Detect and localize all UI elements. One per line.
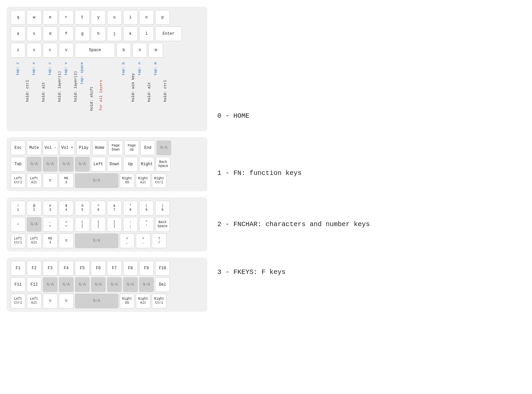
key-minus[interactable]: -= bbox=[43, 217, 58, 232]
key-gt-dot[interactable]: >. bbox=[136, 233, 150, 248]
key-right-alt-1[interactable]: RightAlt bbox=[136, 173, 150, 188]
key-end[interactable]: End bbox=[140, 140, 155, 155]
key-trns-2[interactable]: ▽ bbox=[59, 233, 74, 248]
key-right-os-3[interactable]: RightOS bbox=[120, 294, 134, 308]
key-esc[interactable]: Esc bbox=[11, 140, 25, 155]
key-right-ctrl-3[interactable]: RightCtrl bbox=[152, 294, 167, 308]
key-trns-4[interactable]: ▽ bbox=[59, 294, 74, 308]
key-v[interactable]: v bbox=[59, 43, 74, 58]
key-trns-3[interactable]: ▽ bbox=[43, 294, 58, 308]
key-c[interactable]: c bbox=[43, 43, 58, 58]
key-f12[interactable]: F12 bbox=[27, 277, 41, 292]
key-f8[interactable]: F8 bbox=[123, 261, 138, 276]
key-d[interactable]: d bbox=[43, 26, 58, 41]
key-x[interactable]: x bbox=[27, 43, 41, 58]
key-lt-comma[interactable]: <, bbox=[120, 233, 134, 248]
layer3-row1: F1 F2 F3 F4 F5 F6 F7 F8 F9 F10 bbox=[11, 261, 203, 276]
key-backspace-2[interactable]: BackSpace bbox=[155, 217, 170, 232]
key-q[interactable]: q bbox=[11, 10, 25, 25]
key-vol-up[interactable]: Vol + bbox=[60, 140, 75, 155]
key-f9[interactable]: F9 bbox=[139, 261, 154, 276]
key-colon[interactable]: :; bbox=[123, 217, 138, 232]
key-t[interactable]: t bbox=[75, 10, 90, 25]
key-space[interactable]: Space bbox=[75, 43, 115, 58]
key-z[interactable]: z bbox=[11, 43, 25, 58]
key-del[interactable]: Del bbox=[155, 277, 170, 292]
key-rcurly[interactable]: }] bbox=[107, 217, 122, 232]
layer0-label: 0 - HOME bbox=[217, 112, 370, 120]
key-left-alt-3[interactable]: LeftAlt bbox=[27, 294, 41, 308]
key-lcurly[interactable]: {[ bbox=[91, 217, 106, 232]
key-y[interactable]: y bbox=[91, 10, 106, 25]
key-f[interactable]: f bbox=[59, 26, 74, 41]
key-f11[interactable]: F11 bbox=[11, 277, 25, 292]
key-page-up[interactable]: PageUp bbox=[124, 140, 139, 155]
key-f5[interactable]: F5 bbox=[75, 261, 90, 276]
key-right-os-1[interactable]: RightOS bbox=[120, 173, 134, 188]
key-at-2[interactable]: @2 bbox=[27, 201, 41, 215]
key-up[interactable]: Up bbox=[123, 157, 138, 172]
key-p[interactable]: p bbox=[155, 10, 170, 25]
key-s[interactable]: s bbox=[27, 26, 41, 41]
key-excl-1[interactable]: !1 bbox=[11, 201, 25, 215]
key-left-ctrl-3[interactable]: LeftCtrl bbox=[11, 294, 25, 308]
key-rparen-0[interactable]: )0 bbox=[155, 201, 170, 215]
key-f4[interactable]: F4 bbox=[59, 261, 74, 276]
key-na-12: N/A bbox=[123, 277, 138, 292]
key-mo3-2[interactable]: MO3 bbox=[43, 233, 58, 248]
key-j[interactable]: j bbox=[107, 26, 122, 41]
key-play[interactable]: Play bbox=[76, 140, 91, 155]
key-left-ctrl-2[interactable]: LeftCtrl bbox=[11, 233, 25, 248]
key-backspace-1[interactable]: BackSpace bbox=[156, 157, 171, 172]
key-right[interactable]: Right bbox=[139, 157, 154, 172]
key-f1[interactable]: F1 bbox=[11, 261, 25, 276]
key-k[interactable]: k bbox=[123, 26, 138, 41]
key-e[interactable]: e bbox=[43, 10, 58, 25]
key-question-slash[interactable]: ?/ bbox=[152, 233, 167, 248]
key-enter[interactable]: Enter bbox=[155, 26, 182, 41]
key-f3[interactable]: F3 bbox=[43, 261, 58, 276]
key-vol-down[interactable]: Vol - bbox=[43, 140, 58, 155]
key-down[interactable]: Down bbox=[107, 157, 122, 172]
key-f6[interactable]: F6 bbox=[91, 261, 106, 276]
key-left-alt-2[interactable]: LeftAlt bbox=[27, 233, 41, 248]
key-h[interactable]: h bbox=[91, 26, 106, 41]
key-right-ctrl-1[interactable]: RightCtrl bbox=[152, 173, 167, 188]
key-lparen-bracket[interactable]: ([ bbox=[75, 217, 90, 232]
key-left-alt-1[interactable]: LeftAlt bbox=[27, 173, 41, 188]
key-o[interactable]: o bbox=[139, 10, 154, 25]
key-mo3-1[interactable]: MO3 bbox=[59, 173, 74, 188]
key-b[interactable]: b bbox=[116, 43, 131, 58]
key-tilde[interactable]: ~ bbox=[11, 217, 25, 232]
key-hash-3[interactable]: #3 bbox=[43, 201, 58, 215]
key-pct-5[interactable]: %5 bbox=[75, 201, 90, 215]
key-caret-6[interactable]: ^6 bbox=[91, 201, 106, 215]
key-dollar-4[interactable]: $4 bbox=[59, 201, 74, 215]
key-g[interactable]: g bbox=[75, 26, 90, 41]
key-home[interactable]: Home bbox=[92, 140, 107, 155]
key-star-8[interactable]: *8 bbox=[123, 201, 138, 215]
key-trns-1[interactable]: ▽ bbox=[43, 173, 58, 188]
key-u[interactable]: u bbox=[107, 10, 122, 25]
key-tab[interactable]: Tab bbox=[11, 157, 25, 172]
key-f10[interactable]: F10 bbox=[155, 261, 170, 276]
key-r[interactable]: r bbox=[59, 10, 74, 25]
key-n[interactable]: n bbox=[132, 43, 147, 58]
key-left-ctrl-1[interactable]: LeftCtrl bbox=[11, 173, 25, 188]
key-dquote[interactable]: "' bbox=[139, 217, 154, 232]
key-amp-7[interactable]: &7 bbox=[107, 201, 122, 215]
key-l[interactable]: l bbox=[139, 26, 154, 41]
annotation-n: tap: n hold: alt bbox=[132, 61, 147, 102]
key-m[interactable]: m bbox=[148, 43, 163, 58]
key-f7[interactable]: F7 bbox=[107, 261, 122, 276]
key-i[interactable]: i bbox=[123, 10, 138, 25]
key-page-down[interactable]: PageDown bbox=[108, 140, 123, 155]
key-f2[interactable]: F2 bbox=[27, 261, 41, 276]
key-a[interactable]: a bbox=[11, 26, 25, 41]
key-w[interactable]: w bbox=[27, 10, 41, 25]
key-right-alt-3[interactable]: RightAlt bbox=[136, 294, 150, 308]
key-mute[interactable]: Mute bbox=[27, 140, 41, 155]
key-plus[interactable]: += bbox=[59, 217, 74, 232]
key-lparen-9[interactable]: (9 bbox=[139, 201, 154, 215]
key-left[interactable]: Left bbox=[91, 157, 106, 172]
